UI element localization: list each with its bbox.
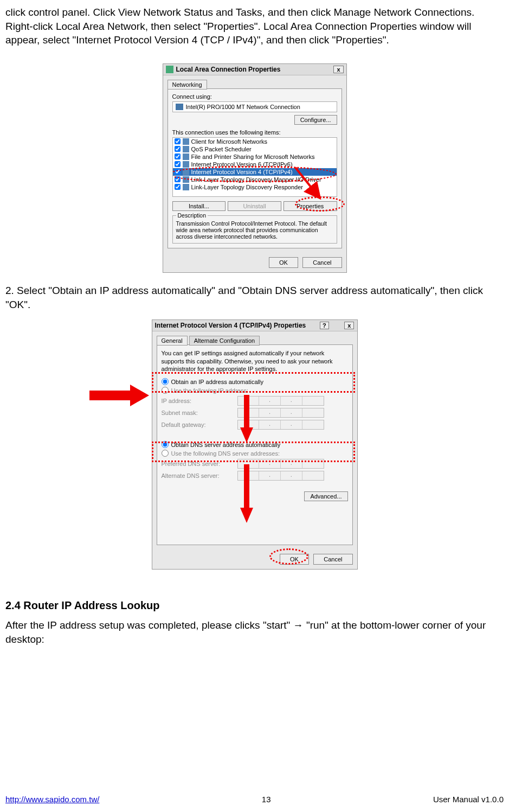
close-button[interactable]: x (344, 322, 354, 329)
radio-input[interactable] (162, 441, 169, 448)
list-item[interactable]: File and Printer Sharing for Microsoft N… (173, 153, 337, 161)
item-label: Link-Layer Topology Discovery Mapper I/O… (191, 176, 321, 183)
field-label: Alternate DNS server: (162, 472, 237, 479)
radio-label: Obtain an IP address automatically (171, 379, 263, 385)
general-tab[interactable]: General (157, 336, 188, 346)
networking-tab[interactable]: Networking (167, 80, 207, 89)
lltd-mapper-icon (183, 176, 189, 183)
item-label: Link-Layer Topology Discovery Responder (191, 184, 303, 190)
footer-version: User Manual v1.0.0 (433, 795, 504, 804)
lltd-responder-icon (183, 184, 189, 190)
checkbox[interactable] (175, 154, 181, 159)
info-text: You can get IP settings assigned automat… (162, 349, 348, 373)
ok-button[interactable]: OK (280, 554, 309, 565)
page-footer: http://www.sapido.com.tw/ 13 User Manual… (5, 795, 504, 804)
subnet-field: ... (237, 408, 324, 418)
field-label: Preferred DNS server: (162, 461, 237, 467)
subnet-row: Subnet mask: ... (162, 408, 348, 418)
qos-icon (183, 146, 189, 152)
gateway-field: ... (237, 420, 324, 430)
network-icon (166, 66, 173, 73)
uninstall-button: Uninstall (228, 201, 281, 211)
field-label: Subnet mask: (162, 410, 237, 416)
radio-input[interactable] (162, 378, 169, 385)
radio-use-dns[interactable]: Use the following DNS server addresses: (162, 450, 348, 457)
step2-text: 2. Select "Obtain an IP address automati… (5, 284, 504, 311)
checkbox[interactable] (175, 138, 181, 144)
field-label: IP address: (162, 398, 237, 404)
radio-label: Use the following IP address: (171, 387, 248, 394)
checkbox[interactable] (175, 146, 181, 152)
ipv4-properties-dialog: Internet Protocol Version 4 (TCP/IPv4) P… (152, 319, 358, 570)
connect-using-label: Connect using: (172, 93, 337, 100)
description-group: Description Transmission Control Protoco… (172, 215, 337, 244)
properties-button[interactable]: Properties (284, 201, 337, 211)
configure-button[interactable]: Configure... (294, 115, 337, 125)
items-label: This connection uses the following items… (172, 129, 337, 136)
item-label: Internet Protocol Version 6 (TCP/IPv6) (191, 161, 293, 168)
description-text: Transmission Control Protocol/Internet P… (176, 220, 327, 240)
radio-obtain-ip-auto[interactable]: Obtain an IP address automatically (162, 378, 348, 385)
help-button[interactable]: ? (320, 322, 329, 329)
item-label: Client for Microsoft Networks (191, 138, 268, 145)
list-item[interactable]: Client for Microsoft Networks (173, 138, 337, 145)
ok-button[interactable]: OK (269, 257, 298, 268)
adapter-icon (176, 104, 183, 110)
dialog-title: Internet Protocol Version 4 (TCP/IPv4) P… (155, 322, 306, 329)
section-body: After the IP address setup was completed… (5, 618, 504, 646)
alt-dns-row: Alternate DNS server: ... (162, 471, 348, 481)
cancel-button[interactable]: Cancel (302, 257, 342, 268)
dialog-titlebar: Internet Protocol Version 4 (TCP/IPv4) P… (152, 320, 357, 331)
dialog-titlebar: Local Area Connection Properties x (163, 64, 346, 75)
install-button[interactable]: Install... (172, 201, 226, 211)
checkbox[interactable] (175, 161, 181, 167)
checkbox[interactable] (175, 176, 181, 182)
list-item[interactable]: QoS Packet Scheduler (173, 145, 337, 153)
gateway-row: Default gateway: ... (162, 420, 348, 430)
adapter-box: Intel(R) PRO/1000 MT Network Connection (172, 101, 337, 112)
list-item[interactable]: Internet Protocol Version 6 (TCP/IPv6) (173, 161, 337, 168)
radio-obtain-dns-auto[interactable]: Obtain DNS server address automatically (162, 441, 348, 448)
ip-field: ... (237, 396, 324, 406)
alternate-config-tab[interactable]: Alternate Configuration (189, 336, 260, 346)
checkbox[interactable] (175, 169, 181, 175)
fileshare-icon (183, 154, 189, 160)
close-button[interactable]: x (333, 66, 343, 73)
list-item-selected[interactable]: Internet Protocol Version 4 (TCP/IPv4) (173, 168, 337, 176)
intro-paragraph: click control panel. Click View Network … (5, 5, 504, 47)
items-list[interactable]: Client for Microsoft Networks QoS Packet… (172, 137, 337, 197)
field-label: Default gateway: (162, 421, 237, 428)
list-item[interactable]: Link-Layer Topology Discovery Mapper I/O… (173, 176, 337, 183)
pref-dns-field: ... (237, 459, 324, 469)
description-legend: Description (176, 212, 208, 219)
annotation-arrow-left (89, 382, 149, 409)
section-heading: 2.4 Router IP Address Lookup (5, 599, 504, 612)
footer-url[interactable]: http://www.sapido.com.tw/ (5, 795, 99, 804)
cancel-button[interactable]: Cancel (313, 554, 352, 565)
pref-dns-row: Preferred DNS server: ... (162, 459, 348, 469)
ipv4-icon (183, 169, 189, 175)
radio-input[interactable] (162, 387, 169, 394)
client-icon (183, 138, 189, 145)
item-label: Internet Protocol Version 4 (TCP/IPv4) (191, 169, 293, 175)
item-label: File and Printer Sharing for Microsoft N… (191, 154, 315, 160)
item-label: QoS Packet Scheduler (191, 146, 252, 152)
alt-dns-field: ... (237, 471, 324, 481)
radio-input[interactable] (162, 450, 169, 457)
checkbox[interactable] (175, 184, 181, 190)
radio-label: Obtain DNS server address automatically (171, 442, 281, 448)
adapter-name: Intel(R) PRO/1000 MT Network Connection (186, 104, 300, 110)
footer-page: 13 (262, 795, 271, 804)
ipv6-icon (183, 161, 189, 168)
ip-address-row: IP address: ... (162, 396, 348, 406)
radio-use-ip[interactable]: Use the following IP address: (162, 387, 348, 394)
list-item[interactable]: Link-Layer Topology Discovery Responder (173, 183, 337, 191)
advanced-button[interactable]: Advanced... (304, 491, 347, 501)
radio-label: Use the following DNS server addresses: (171, 450, 280, 457)
dialog-title: Local Area Connection Properties (176, 66, 281, 73)
lan-properties-dialog: Local Area Connection Properties x Netwo… (163, 63, 347, 273)
